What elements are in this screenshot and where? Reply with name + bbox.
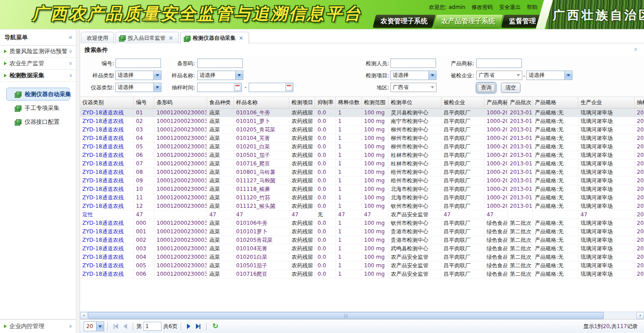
table-cell: 1 [336, 194, 362, 202]
close-icon[interactable]: × [169, 33, 173, 43]
calendar-icon[interactable] [234, 84, 241, 91]
scrollbar-track[interactable] [88, 312, 636, 319]
table-cell: ZYD-18通道农残 [80, 143, 134, 151]
column-header[interactable]: 生产企业 [578, 97, 635, 109]
sidebar-collapse-icon[interactable]: « [68, 34, 72, 41]
last-page-button[interactable] [196, 324, 200, 329]
table-row[interactable]: ZYD-18通道农残001100012000230003蔬菜010101萝卜农药… [80, 228, 644, 236]
tiaoxingma-input[interactable] [197, 59, 243, 68]
table-cell: 100012000230003 [154, 109, 207, 117]
chevron-down-icon[interactable] [96, 322, 104, 331]
chevron-down-icon[interactable]: » [65, 62, 76, 65]
main-panel: 欢迎使用投入品日常监管×检测仪器自动采集× « 搜索条件 编号: 条形码: 检测… [80, 29, 644, 333]
sidebar-item-仪器接口配置[interactable]: 仪器接口配置 [6, 115, 70, 128]
column-header[interactable]: 检测范围 [362, 97, 389, 109]
chevron-down-icon[interactable] [235, 71, 243, 80]
sidebar-group-企业内控管理[interactable]: 企业内控管理» [0, 320, 76, 333]
column-header[interactable]: 抑制率 [315, 97, 336, 109]
chevron-down-icon[interactable]: » [65, 50, 76, 53]
table-cell: 产品规格:无 [533, 228, 578, 236]
scrollbar-thumb[interactable] [88, 312, 604, 319]
table-row[interactable]: ZYD-18通道农残10100012000230003蔬菜011118_榆蘑农药… [80, 185, 644, 194]
sidebar-item-检测仪器自动采集[interactable]: 检测仪器自动采集 [6, 88, 70, 101]
page-size-select[interactable]: 20 [84, 321, 104, 331]
sidebar-group-质量风险监测评估预警[interactable]: 质量风险监测评估预警» [0, 46, 76, 58]
help-link[interactable]: 帮助 [527, 4, 538, 10]
date-from-input[interactable] [197, 83, 242, 92]
total-pages-label: 共6页 [163, 323, 178, 330]
change-password-link[interactable]: 修改密码 [471, 4, 493, 10]
scroll-left-button[interactable]: ‹ [80, 312, 88, 319]
column-header[interactable]: 抽样时间 [635, 97, 644, 109]
column-header[interactable]: 稀释倍数 [336, 97, 362, 109]
table-cell: 010106牛蒡 [234, 219, 289, 228]
column-header[interactable]: 检测项目 [289, 97, 315, 109]
sidebar-group-农业生产监管[interactable]: 农业生产监管» [0, 58, 76, 70]
sidebar-item-手工专项采集[interactable]: 手工专项采集 [6, 101, 70, 114]
table-row[interactable]: ZYD-18通道农残03100012000230003蔬菜010205_青花菜农… [80, 126, 644, 134]
chanpinshangbiao-input[interactable] [476, 59, 522, 68]
table-row[interactable]: ZYD-18通道农残004100012000230003蔬菜010201白菜农药… [80, 253, 644, 261]
table-row[interactable]: ZYD-18通道农残11100012000230003蔬菜011120_竹荪农药… [80, 194, 644, 202]
date-to-input[interactable] [249, 83, 293, 92]
page-number-input[interactable] [144, 322, 161, 331]
column-header[interactable]: 编号 [134, 97, 154, 109]
column-header[interactable]: 条形码 [154, 97, 207, 109]
next-page-button[interactable] [187, 324, 191, 329]
refresh-icon[interactable]: ↻ [212, 323, 218, 330]
table-row[interactable]: ZYD-18通道农残09100012000230003蔬菜011127_马鞍菌农… [80, 177, 644, 185]
column-header[interactable]: 产品商标 [484, 97, 508, 109]
sidebar-splitter[interactable] [76, 29, 80, 333]
chevron-down-icon[interactable]: » [65, 325, 76, 328]
table-row[interactable]: ZYD-18通道农残003100012000230003蔬菜010104芜菁农药… [80, 244, 644, 253]
table-row[interactable]: ZYD-18通道农残006100012000230003蔬菜010716爬豆农药… [80, 270, 644, 278]
chevron-up-icon[interactable]: « [65, 74, 76, 77]
table-cell: 100012000230003 [154, 185, 207, 194]
table-row[interactable]: 定性47474747无4747农产品安全监管47474720 [80, 211, 644, 219]
tab-欢迎使用[interactable]: 欢迎使用 [81, 32, 114, 43]
sidebar-group-检测数据采集[interactable]: 检测数据采集« [0, 70, 76, 82]
yangpinmingcheng-combobox[interactable]: 请选择 [197, 71, 243, 80]
table-row[interactable]: ZYD-18通道农残01100012000230003蔬菜010106_牛蒡农药… [80, 109, 644, 117]
prev-page-button[interactable] [123, 324, 127, 329]
search-collapse-icon[interactable]: « [631, 47, 638, 51]
table-row[interactable]: ZYD-18通道农残07100012000230003蔬菜010716_爬豆农药… [80, 160, 644, 168]
column-header[interactable]: 被检企业 [441, 97, 484, 109]
table-row[interactable]: ZYD-18通道农残08100012000230003蔬菜010801_马铃薯农… [80, 168, 644, 177]
table-row[interactable]: ZYD-18通道农残04100012000230003蔬菜010104_芜菁农药… [80, 134, 644, 143]
table-row[interactable]: ZYD-18通道农残002100012000230003蔬菜010205青花菜农… [80, 236, 644, 244]
table-row[interactable]: ZYD-18通道农残05100012000230003蔬菜010201_白菜农药… [80, 143, 644, 151]
beijianqiye-province-select[interactable]: 广西省 [476, 71, 522, 80]
column-header[interactable]: 产品批次 [508, 97, 533, 109]
triangle-icon [4, 74, 7, 77]
diqu-select[interactable]: 广西省 [390, 83, 436, 92]
logout-link[interactable]: 安全退出 [499, 4, 521, 10]
table-cell: 农药残留 [289, 261, 315, 270]
column-header[interactable]: 仪器类别 [80, 97, 134, 109]
table-row[interactable]: ZYD-18通道农残005100012000230003蔬菜010501茄子农药… [80, 261, 644, 270]
table-cell: 蔬菜 [207, 177, 234, 185]
table-row[interactable]: ZYD-18通道农残12100012000230003蔬菜011121_猴头菌农… [80, 202, 644, 211]
column-header[interactable]: 产品规格 [533, 97, 578, 109]
scroll-right-button[interactable]: › [636, 312, 644, 319]
calendar-icon[interactable] [285, 84, 292, 91]
first-page-button[interactable] [114, 324, 118, 329]
table-row[interactable]: ZYD-18通道农残000100012000230003蔬菜010106牛蒡农药… [80, 219, 644, 228]
table-cell: 绿色食品 [484, 219, 508, 228]
tab-投入品日常监管[interactable]: 投入品日常监管× [115, 32, 179, 43]
tab-检测仪器自动采集[interactable]: 检测仪器自动采集× [180, 32, 249, 44]
close-icon[interactable]: × [239, 33, 243, 43]
column-header[interactable]: 食品种类 [207, 97, 234, 109]
clear-button[interactable]: 清空 [501, 83, 521, 93]
column-header[interactable]: 检测单位 [389, 97, 441, 109]
table-row[interactable]: ZYD-18通道农残02100012000230003蔬菜010101_萝卜农药… [80, 117, 644, 126]
column-header[interactable]: 样品名称 [234, 97, 289, 109]
table-row[interactable]: ZYD-18通道农残06100012000230003蔬菜010501_茄子农药… [80, 151, 644, 160]
table-cell: 0.0 [315, 261, 336, 270]
query-button[interactable]: 查询 [476, 83, 496, 93]
subsystem-tab[interactable]: 农产品管理子系统 [433, 15, 503, 28]
chevron-down-icon[interactable] [564, 71, 572, 80]
horizontal-scrollbar[interactable]: ‹ › [80, 312, 644, 319]
beijianqiye-combobox[interactable]: 请选择 [526, 71, 572, 80]
subsystem-tab[interactable]: 农资管理子系统 [373, 15, 435, 28]
